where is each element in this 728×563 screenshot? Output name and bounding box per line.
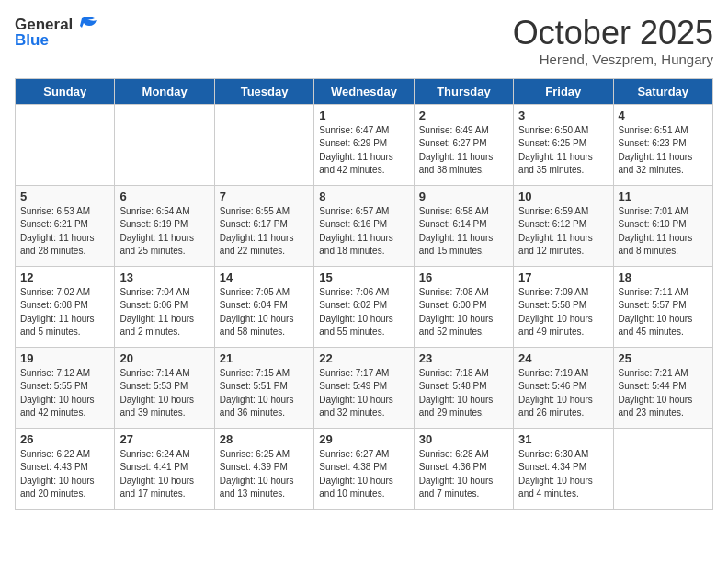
calendar-cell: 14Sunrise: 7:05 AM Sunset: 6:04 PM Dayli… xyxy=(214,266,313,347)
calendar-cell: 16Sunrise: 7:08 AM Sunset: 6:00 PM Dayli… xyxy=(414,266,513,347)
day-number: 7 xyxy=(220,190,309,203)
calendar-cell: 28Sunrise: 6:25 AM Sunset: 4:39 PM Dayli… xyxy=(214,428,313,509)
calendar-cell: 25Sunrise: 7:21 AM Sunset: 5:44 PM Dayli… xyxy=(613,347,712,428)
day-number: 30 xyxy=(419,432,508,446)
day-number: 1 xyxy=(319,109,408,122)
cell-details: Sunrise: 6:50 AM Sunset: 6:25 PM Dayligh… xyxy=(518,124,608,178)
week-row-2: 5Sunrise: 6:53 AM Sunset: 6:21 PM Daylig… xyxy=(16,185,713,266)
calendar-cell: 1Sunrise: 6:47 AM Sunset: 6:29 PM Daylig… xyxy=(314,104,414,185)
day-number: 13 xyxy=(119,270,209,284)
cell-details: Sunrise: 6:55 AM Sunset: 6:17 PM Dayligh… xyxy=(220,205,309,259)
day-header-sunday: Sunday xyxy=(16,78,115,104)
day-number: 10 xyxy=(518,190,608,203)
day-number: 15 xyxy=(319,270,408,284)
day-number: 14 xyxy=(220,270,309,284)
cell-details: Sunrise: 6:59 AM Sunset: 6:12 PM Dayligh… xyxy=(518,205,608,259)
cell-details: Sunrise: 7:17 AM Sunset: 5:49 PM Dayligh… xyxy=(319,367,408,420)
day-header-friday: Friday xyxy=(514,78,613,104)
calendar-cell: 18Sunrise: 7:11 AM Sunset: 5:57 PM Dayli… xyxy=(613,266,712,347)
day-number: 23 xyxy=(419,351,508,365)
cell-details: Sunrise: 7:06 AM Sunset: 6:02 PM Dayligh… xyxy=(319,286,408,339)
day-header-wednesday: Wednesday xyxy=(314,78,414,104)
calendar-cell: 13Sunrise: 7:04 AM Sunset: 6:06 PM Dayli… xyxy=(115,266,214,347)
day-number: 29 xyxy=(319,432,408,446)
cell-details: Sunrise: 7:21 AM Sunset: 5:44 PM Dayligh… xyxy=(619,367,708,420)
calendar-cell: 11Sunrise: 7:01 AM Sunset: 6:10 PM Dayli… xyxy=(613,185,712,266)
cell-details: Sunrise: 6:30 AM Sunset: 4:34 PM Dayligh… xyxy=(518,448,608,501)
calendar-cell: 22Sunrise: 7:17 AM Sunset: 5:49 PM Dayli… xyxy=(314,347,414,428)
cell-details: Sunrise: 6:49 AM Sunset: 6:27 PM Dayligh… xyxy=(419,124,508,178)
cell-details: Sunrise: 7:11 AM Sunset: 5:57 PM Dayligh… xyxy=(619,286,708,339)
cell-details: Sunrise: 7:09 AM Sunset: 5:58 PM Dayligh… xyxy=(518,286,608,339)
calendar-cell: 8Sunrise: 6:57 AM Sunset: 6:16 PM Daylig… xyxy=(314,185,414,266)
cell-details: Sunrise: 6:27 AM Sunset: 4:38 PM Dayligh… xyxy=(319,448,408,501)
cell-details: Sunrise: 7:04 AM Sunset: 6:06 PM Dayligh… xyxy=(119,286,209,339)
calendar-cell xyxy=(16,104,115,185)
cell-details: Sunrise: 6:24 AM Sunset: 4:41 PM Dayligh… xyxy=(119,448,209,501)
logo: General Blue xyxy=(15,15,98,50)
day-number: 6 xyxy=(119,190,209,203)
calendar-cell: 3Sunrise: 6:50 AM Sunset: 6:25 PM Daylig… xyxy=(514,104,613,185)
cell-details: Sunrise: 7:05 AM Sunset: 6:04 PM Dayligh… xyxy=(220,286,309,339)
calendar-cell xyxy=(214,104,313,185)
day-header-saturday: Saturday xyxy=(613,78,712,104)
cell-details: Sunrise: 6:28 AM Sunset: 4:36 PM Dayligh… xyxy=(419,448,508,501)
title-area: October 2025 Herend, Veszprem, Hungary xyxy=(513,15,713,67)
cell-details: Sunrise: 6:47 AM Sunset: 6:29 PM Dayligh… xyxy=(319,124,408,178)
calendar-cell: 29Sunrise: 6:27 AM Sunset: 4:38 PM Dayli… xyxy=(314,428,414,509)
week-row-5: 26Sunrise: 6:22 AM Sunset: 4:43 PM Dayli… xyxy=(16,428,713,509)
day-number: 11 xyxy=(619,190,708,203)
cell-details: Sunrise: 6:57 AM Sunset: 6:16 PM Dayligh… xyxy=(319,205,408,259)
day-number: 22 xyxy=(319,351,408,365)
logo-blue-text: Blue xyxy=(15,31,49,50)
day-number: 21 xyxy=(220,351,309,365)
day-number: 28 xyxy=(220,432,309,446)
day-number: 16 xyxy=(419,270,508,284)
cell-details: Sunrise: 7:02 AM Sunset: 6:08 PM Dayligh… xyxy=(20,286,109,339)
cell-details: Sunrise: 7:15 AM Sunset: 5:51 PM Dayligh… xyxy=(220,367,309,420)
calendar-cell: 15Sunrise: 7:06 AM Sunset: 6:02 PM Dayli… xyxy=(314,266,414,347)
day-header-tuesday: Tuesday xyxy=(214,78,313,104)
calendar-cell xyxy=(115,104,214,185)
day-number: 3 xyxy=(518,109,608,122)
month-title: October 2025 xyxy=(513,15,713,52)
calendar-cell: 30Sunrise: 6:28 AM Sunset: 4:36 PM Dayli… xyxy=(414,428,513,509)
calendar-cell: 10Sunrise: 6:59 AM Sunset: 6:12 PM Dayli… xyxy=(514,185,613,266)
calendar-cell xyxy=(613,428,712,509)
day-number: 27 xyxy=(119,432,209,446)
cell-details: Sunrise: 6:22 AM Sunset: 4:43 PM Dayligh… xyxy=(20,448,109,501)
calendar-cell: 21Sunrise: 7:15 AM Sunset: 5:51 PM Dayli… xyxy=(214,347,313,428)
day-number: 9 xyxy=(419,190,508,203)
week-row-3: 12Sunrise: 7:02 AM Sunset: 6:08 PM Dayli… xyxy=(16,266,713,347)
day-number: 31 xyxy=(518,432,608,446)
calendar-cell: 27Sunrise: 6:24 AM Sunset: 4:41 PM Dayli… xyxy=(115,428,214,509)
day-number: 25 xyxy=(619,351,708,365)
calendar-cell: 19Sunrise: 7:12 AM Sunset: 5:55 PM Dayli… xyxy=(16,347,115,428)
day-number: 12 xyxy=(20,270,109,284)
day-number: 5 xyxy=(20,190,109,203)
day-number: 8 xyxy=(319,190,408,203)
cell-details: Sunrise: 6:54 AM Sunset: 6:19 PM Dayligh… xyxy=(119,205,209,259)
cell-details: Sunrise: 6:25 AM Sunset: 4:39 PM Dayligh… xyxy=(220,448,309,501)
day-header-monday: Monday xyxy=(115,78,214,104)
calendar-cell: 2Sunrise: 6:49 AM Sunset: 6:27 PM Daylig… xyxy=(414,104,513,185)
day-number: 19 xyxy=(20,351,109,365)
day-number: 4 xyxy=(619,109,708,122)
cell-details: Sunrise: 7:01 AM Sunset: 6:10 PM Dayligh… xyxy=(619,205,708,259)
calendar-cell: 26Sunrise: 6:22 AM Sunset: 4:43 PM Dayli… xyxy=(16,428,115,509)
calendar-cell: 23Sunrise: 7:18 AM Sunset: 5:48 PM Dayli… xyxy=(414,347,513,428)
location-title: Herend, Veszprem, Hungary xyxy=(513,52,713,67)
day-number: 24 xyxy=(518,351,608,365)
calendar-cell: 12Sunrise: 7:02 AM Sunset: 6:08 PM Dayli… xyxy=(16,266,115,347)
calendar-cell: 20Sunrise: 7:14 AM Sunset: 5:53 PM Dayli… xyxy=(115,347,214,428)
header: General Blue October 2025 Herend, Veszpr… xyxy=(15,15,713,67)
day-number: 18 xyxy=(619,270,708,284)
week-row-4: 19Sunrise: 7:12 AM Sunset: 5:55 PM Dayli… xyxy=(16,347,713,428)
cell-details: Sunrise: 7:14 AM Sunset: 5:53 PM Dayligh… xyxy=(119,367,209,420)
day-number: 2 xyxy=(419,109,508,122)
calendar-cell: 31Sunrise: 6:30 AM Sunset: 4:34 PM Dayli… xyxy=(514,428,613,509)
day-number: 17 xyxy=(518,270,608,284)
cell-details: Sunrise: 7:19 AM Sunset: 5:46 PM Dayligh… xyxy=(518,367,608,420)
calendar-cell: 17Sunrise: 7:09 AM Sunset: 5:58 PM Dayli… xyxy=(514,266,613,347)
header-row: SundayMondayTuesdayWednesdayThursdayFrid… xyxy=(16,78,713,104)
